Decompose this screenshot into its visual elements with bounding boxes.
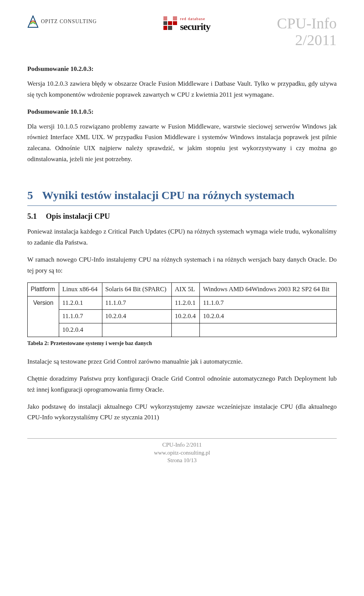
section-number: 5.1	[27, 210, 37, 223]
doc-title-line1: CPU-Info	[277, 15, 337, 32]
th-linux: Linux x86-64	[59, 282, 102, 296]
table-row: Version 11.2.0.1 11.1.0.7 11.2.0.1 11.1.…	[28, 296, 337, 310]
section-5-1-para3: Instalacje są testowane przez Grid Contr…	[27, 356, 337, 367]
summary-10105-heading: Podsumowanie 10.1.0.5:	[27, 107, 337, 118]
footer-url: www.opitz-consulting.pl	[27, 449, 337, 456]
summary-10203-heading: Podsumowanie 10.2.0.3:	[27, 64, 337, 75]
section-5-1-heading: 5.1 Opis instalacji CPU	[27, 210, 337, 223]
cell: 10.2.0.4	[200, 310, 337, 323]
cell	[102, 323, 172, 337]
page-footer: CPU-Info 2/2011 www.opitz-consulting.pl …	[27, 438, 337, 464]
opitz-logo-icon	[27, 15, 39, 28]
footer-doc-title: CPU-Info 2/2011	[27, 441, 337, 449]
section-5-1-para2: W ramach nowego CPU-Info instalujemy CPU…	[27, 254, 337, 276]
summary-10105-paragraph: Dla wersji 10.1.0.5 rozwiązano problemy …	[27, 121, 337, 165]
version-label: Version	[28, 296, 59, 337]
footer-page-number: Strona 10/13	[27, 456, 337, 464]
chapter-number: 5	[27, 185, 33, 205]
cell: 10.2.0.4	[172, 310, 200, 323]
page-header: OPITZ CONSULTING red database security C…	[27, 15, 337, 49]
document-title: CPU-Info 2/2011	[277, 15, 337, 49]
cell: 11.1.0.7	[59, 310, 102, 323]
cell: 10.2.0.4	[59, 323, 102, 337]
doc-title-line2: 2/2011	[277, 32, 337, 49]
table-2-caption: Tabela 2: Przetestowane systemy i wersje…	[27, 339, 337, 348]
chapter-title: Wyniki testów instalacji CPU na różnych …	[42, 185, 295, 205]
summary-10203-paragraph: Wersja 10.2.0.3 zawiera błędy w obszarze…	[27, 78, 337, 100]
chapter-5-heading: 5 Wyniki testów instalacji CPU na różnyc…	[27, 185, 337, 206]
cell	[200, 323, 337, 337]
section-title: Opis instalacji CPU	[46, 210, 110, 223]
cell: 11.1.0.7	[102, 296, 172, 310]
rds-large-text: security	[180, 22, 210, 31]
section-5-1-para4: Chętnie doradzimy Państwu przy konfigura…	[27, 373, 337, 395]
cell: 10.2.0.4	[102, 310, 172, 323]
cell: 11.2.0.1	[172, 296, 200, 310]
tested-systems-table: Plattform Linux x86-64 Solaris 64 Bit (S…	[27, 282, 337, 337]
red-database-security-logo: red database security	[163, 15, 210, 31]
section-5-1-para1: Ponieważ instalacja każdego z Critical P…	[27, 226, 337, 248]
cell	[172, 323, 200, 337]
cell: 11.2.0.1	[59, 296, 102, 310]
th-aix: AIX 5L	[172, 282, 200, 296]
cell: 11.1.0.7	[200, 296, 337, 310]
opitz-logo: OPITZ CONSULTING	[27, 15, 97, 28]
security-logo-icon	[163, 16, 177, 30]
th-plattform: Plattform	[28, 282, 59, 296]
table-header-row: Plattform Linux x86-64 Solaris 64 Bit (S…	[28, 282, 337, 296]
opitz-brand-text: OPITZ CONSULTING	[41, 17, 97, 26]
table-row: 11.1.0.7 10.2.0.4 10.2.0.4 10.2.0.4	[28, 310, 337, 323]
th-windows: Windows AMD 64Windows 2003 R2 SP2 64 Bit	[200, 282, 337, 296]
section-5-1-para5: Jako podstawę do instalacji aktualnego C…	[27, 402, 337, 423]
th-solaris: Solaris 64 Bit (SPARC)	[102, 282, 172, 296]
table-row: 10.2.0.4	[28, 323, 337, 337]
